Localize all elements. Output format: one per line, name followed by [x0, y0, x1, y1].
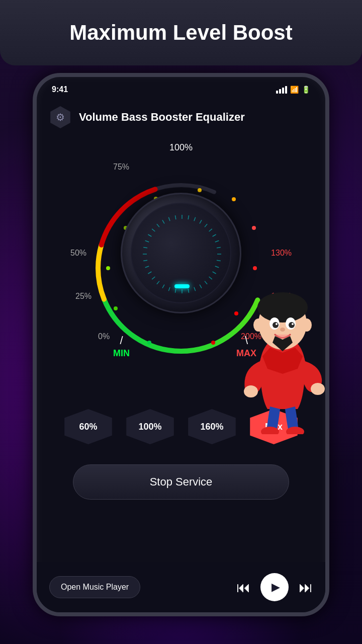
svg-point-58	[273, 322, 279, 328]
svg-point-9	[198, 188, 202, 192]
stop-service-button[interactable]: Stop Service	[73, 464, 289, 500]
app-title: Volume Bass Booster Equalizer	[79, 111, 245, 124]
pct-75-label: 75%	[113, 163, 129, 172]
svg-line-18	[200, 220, 202, 223]
next-track-button[interactable]: ⏭	[299, 579, 313, 596]
svg-line-40	[145, 266, 149, 268]
svg-line-48	[162, 220, 164, 223]
character-svg	[232, 273, 329, 434]
previous-track-button[interactable]: ⏮	[236, 579, 250, 596]
play-pause-button[interactable]: ▶	[260, 573, 289, 601]
svg-point-65	[244, 385, 258, 397]
play-icon: ▶	[272, 581, 280, 594]
svg-line-29	[205, 281, 207, 284]
min-label: MIN	[113, 334, 130, 359]
svg-line-19	[205, 224, 207, 227]
app-header: ⚙ Volume Bass Booster Equalizer	[37, 102, 325, 132]
svg-line-37	[157, 281, 159, 284]
preset-160-button[interactable]: 160%	[186, 409, 238, 444]
page-title: Maximum Level Boost	[69, 21, 292, 45]
phone-mockup: 9:41 📶 🔋 ⚙ Volume Bass Booster Equalizer	[33, 73, 329, 616]
preset-100-button[interactable]: 100%	[124, 409, 176, 444]
pct-0-label: 0%	[98, 332, 110, 341]
svg-line-38	[152, 277, 155, 279]
svg-line-41	[143, 260, 147, 261]
knob-inner: .tick { stroke: #00cccc; stroke-width: 1…	[131, 203, 231, 303]
svg-line-31	[194, 287, 196, 291]
svg-point-11	[252, 226, 256, 230]
pct-25-label: 25%	[75, 292, 92, 301]
preset-60-button[interactable]: 60%	[62, 409, 115, 444]
volume-knob[interactable]: .tick { stroke: #00cccc; stroke-width: 1…	[121, 193, 241, 313]
wifi-icon: 📶	[290, 86, 299, 94]
svg-point-10	[232, 197, 236, 201]
svg-point-66	[311, 383, 325, 395]
svg-line-49	[168, 217, 170, 221]
pct-130-label: 130%	[271, 249, 292, 258]
battery-icon: 🔋	[302, 86, 310, 94]
svg-line-22	[215, 240, 219, 242]
svg-line-36	[162, 285, 164, 288]
svg-point-6	[106, 266, 110, 270]
svg-line-28	[209, 277, 212, 279]
open-music-player-button[interactable]: Open Music Player	[49, 576, 140, 598]
svg-line-46	[152, 229, 155, 231]
svg-line-23	[217, 247, 221, 248]
svg-point-61	[292, 323, 294, 325]
bottom-bar: Open Music Player ⏮ ▶ ⏭	[37, 562, 325, 612]
svg-point-64	[302, 318, 312, 332]
svg-line-35	[168, 287, 170, 291]
status-icons: 📶 🔋	[276, 86, 310, 94]
svg-point-14	[211, 341, 215, 345]
svg-line-20	[209, 229, 212, 231]
svg-point-63	[253, 318, 263, 332]
svg-line-43	[143, 247, 147, 248]
svg-line-27	[213, 272, 216, 274]
status-bar: 9:41 📶 🔋	[37, 77, 325, 102]
svg-line-30	[200, 285, 202, 288]
signal-icon	[276, 86, 287, 94]
svg-line-21	[213, 234, 216, 236]
media-controls: ⏮ ▶ ⏭	[150, 573, 313, 601]
settings-button[interactable]: ⚙	[49, 106, 71, 128]
svg-line-17	[194, 217, 196, 221]
svg-line-26	[215, 266, 219, 268]
svg-line-39	[148, 272, 151, 274]
svg-point-59	[289, 322, 295, 328]
pct-50-label: 50%	[70, 249, 86, 258]
svg-point-5	[114, 306, 118, 310]
svg-line-44	[145, 240, 149, 242]
svg-point-62	[280, 328, 285, 332]
svg-line-47	[157, 224, 159, 227]
svg-line-25	[217, 260, 221, 261]
svg-line-50	[175, 215, 175, 219]
status-time: 9:41	[52, 85, 68, 94]
svg-point-12	[253, 266, 257, 270]
svg-line-34	[175, 289, 175, 293]
svg-point-60	[276, 323, 278, 325]
svg-point-4	[147, 341, 151, 345]
svg-line-16	[188, 215, 189, 219]
svg-line-45	[148, 234, 151, 236]
top-header: Maximum Level Boost	[0, 0, 362, 65]
character-mascot	[232, 273, 329, 434]
svg-rect-51	[174, 284, 190, 288]
knob-ticks-svg: .tick { stroke: #00cccc; stroke-width: 1…	[134, 206, 230, 302]
svg-line-32	[188, 289, 189, 293]
pct-100-label: 100%	[169, 142, 193, 153]
